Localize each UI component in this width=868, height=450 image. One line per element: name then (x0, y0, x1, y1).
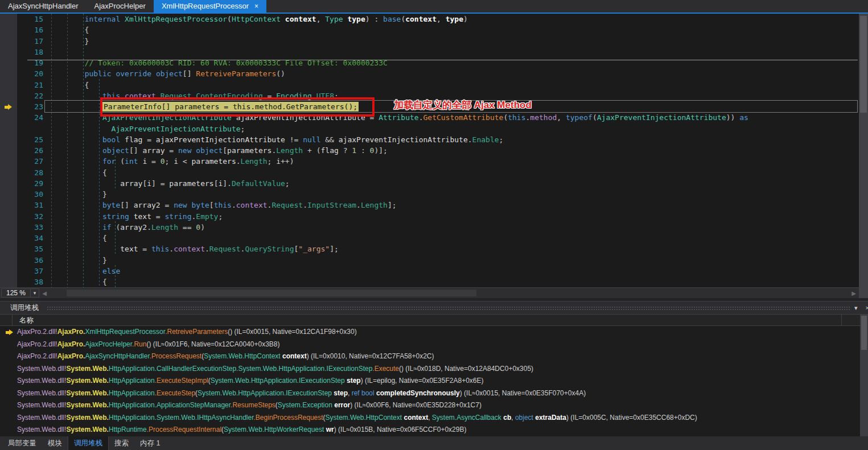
callstack-frame[interactable]: AjaxPro.2.dll!AjaxPro.AjaxProcHelper.Run… (0, 338, 860, 351)
code-token: if (102, 223, 112, 232)
frame-token: , (428, 414, 432, 422)
frame-token: .ProcessRequestInternal (147, 426, 221, 434)
code-token: RetreiveParameters (196, 69, 276, 78)
scrollbar-thumb[interactable] (860, 16, 867, 113)
code-line[interactable]: 23 ParameterInfo[] parameters = this.met… (0, 101, 859, 112)
code-line[interactable]: 15 internal XmlHttpRequestProcessor(Http… (0, 14, 859, 24)
code-line[interactable]: 17 } (0, 36, 859, 47)
frame-token: System.Web.HttpContext (326, 414, 402, 422)
editor-vertical-scrollbar[interactable] (859, 14, 868, 287)
code-token: type (446, 15, 463, 23)
code-area[interactable]: 15 internal XmlHttpRequestProcessor(Http… (0, 14, 859, 287)
code-token: else (102, 267, 120, 275)
code-token: XmlHttpRequestProcessor (125, 15, 227, 23)
panel-close-icon[interactable]: × (862, 304, 868, 311)
code-token (49, 201, 102, 209)
code-line[interactable]: 36 } (0, 255, 859, 266)
tab-label: XmlHttpRequestProcessor (162, 2, 249, 10)
code-line[interactable]: 38 { (0, 276, 859, 287)
zoom-control[interactable]: 125 % ▾ (1, 288, 39, 298)
editor-tab[interactable]: AjaxProcHelper (87, 0, 154, 13)
code-token: ( (593, 113, 597, 122)
code-line[interactable]: 32 string text = string.Empty; (0, 211, 859, 222)
line-gutter (0, 189, 17, 200)
frame-token: System.Web.HttpApplication.IExecutionSte… (211, 377, 345, 385)
callstack-title-bar[interactable]: 调用堆栈 ▾ × (0, 302, 868, 314)
callstack-frame[interactable]: AjaxPro.2.dll!AjaxPro.XmlHttpRequestProc… (0, 326, 860, 338)
scroll-left-icon[interactable]: ◀ (39, 288, 50, 298)
tool-window-tab[interactable]: 搜索 (109, 436, 134, 450)
code-token (49, 69, 85, 78)
window-position-chevron-icon[interactable]: ▾ (850, 304, 862, 312)
callstack-frame[interactable]: AjaxPro.2.dll!AjaxPro.AjaxSyncHttpHandle… (0, 350, 860, 363)
chevron-down-icon[interactable]: ▾ (30, 289, 39, 297)
line-gutter (0, 222, 17, 233)
code-line[interactable]: 37 else (0, 266, 859, 276)
code-line[interactable]: 35 text = this.context.Request.QueryStri… (0, 243, 859, 254)
code-token: array (142, 146, 164, 155)
code-line[interactable]: 29 array[i] = parameters[i].DefaultValue… (0, 178, 859, 189)
line-gutter (0, 80, 17, 90)
code-token: flag (321, 146, 339, 155)
code-line[interactable]: 19 // Token: 0x0600003C RID: 60 RVA: 0x0… (0, 57, 859, 68)
code-line[interactable]: AjaxPreventInjectionAttribute; (0, 123, 859, 134)
callstack-frame[interactable]: System.Web.dll!System.Web.HttpApplicatio… (0, 387, 860, 400)
tool-window-tab[interactable]: 模块 (42, 436, 68, 450)
code-line[interactable]: 33 if (array2.Length == 0) (0, 222, 859, 233)
code-line[interactable]: 31 byte[] array2 = new byte[this.context… (0, 200, 859, 210)
scrollbar-thumb[interactable] (861, 316, 867, 350)
callstack-frame[interactable]: System.Web.dll!System.Web.HttpApplicatio… (0, 412, 860, 424)
code-token (49, 125, 112, 133)
code-line[interactable]: 27 for (int i = 0; i < parameters.Length… (0, 156, 859, 167)
callstack-frame[interactable]: System.Web.dll!System.Web.HttpRuntime.Pr… (0, 424, 860, 436)
code-token (49, 157, 102, 166)
line-gutter (0, 57, 17, 68)
code-token: } (49, 37, 89, 46)
frame-token: ) (IL≈0x00F6, Native=0x0E35D228+0x1C7) (350, 401, 482, 409)
frame-token: System.Web.HttpApplication.IExecutionSte… (198, 389, 332, 397)
code-token (281, 15, 285, 23)
horizontal-scrollbar[interactable] (50, 288, 849, 298)
code-editor[interactable]: 15 internal XmlHttpRequestProcessor(Http… (0, 14, 868, 287)
code-line[interactable]: 21 { (0, 80, 859, 90)
code-token: parameters (169, 179, 213, 188)
line-gutter (0, 276, 17, 287)
code-line-text: } (43, 255, 107, 266)
callstack-frame[interactable]: System.Web.dll!System.Web.HttpApplicatio… (0, 399, 860, 412)
code-line[interactable]: 26 object[] array = new object[parameter… (0, 145, 859, 156)
editor-tab[interactable]: AjaxSyncHttpHandler (0, 0, 87, 13)
editor-tab[interactable]: XmlHttpRequestProcessor× (154, 0, 266, 13)
callstack-frame[interactable]: System.Web.dll!System.Web.HttpApplicatio… (0, 375, 860, 387)
frame-token: XmlHttpRequestProcessor (85, 328, 165, 336)
frame-token: () (IL=0x0015, Native=0x12CA1F98+0x30) (228, 328, 356, 336)
code-token: )]; (374, 146, 387, 155)
line-number: 35 (17, 243, 43, 254)
frame-token: ref bool (352, 389, 375, 397)
tool-window-tab[interactable]: 局部变量 (2, 436, 42, 450)
code-token: ) (463, 15, 468, 23)
code-token: text (134, 212, 151, 221)
frame-token: System.Web. (66, 401, 108, 409)
code-token: typeof (566, 113, 593, 122)
code-line-text (43, 47, 49, 57)
code-line[interactable]: 25 bool flag = ajaxPreventInjectionAttri… (0, 134, 859, 145)
code-line[interactable]: 20 public override object[] RetreivePara… (0, 68, 859, 79)
code-token: { (49, 26, 89, 34)
tool-window-tab[interactable]: 内存 1 (134, 436, 166, 450)
scroll-right-icon[interactable]: ▶ (849, 288, 859, 298)
code-line[interactable]: 18 (0, 47, 859, 57)
name-column-header[interactable]: 名称 (13, 315, 842, 325)
code-line-text: // Token: 0x0600003C RID: 60 RVA: 0x0000… (43, 57, 388, 68)
close-icon[interactable]: × (254, 2, 258, 10)
code-line[interactable]: 34 { (0, 233, 859, 243)
code-line[interactable]: 16 { (0, 24, 859, 35)
callstack-column-header[interactable]: 名称 (0, 314, 860, 326)
callstack-vertical-scrollbar[interactable] (860, 314, 868, 436)
scrollbar-thumb[interactable] (67, 290, 476, 296)
code-line[interactable]: 28 { (0, 167, 859, 178)
code-token: ; (268, 157, 277, 166)
tool-window-tab[interactable]: 调用堆栈 (68, 436, 109, 450)
callstack-frame[interactable]: System.Web.dll!System.Web.HttpApplicatio… (0, 363, 860, 375)
code-line[interactable]: 30 } (0, 189, 859, 200)
code-token: ? (339, 146, 352, 155)
